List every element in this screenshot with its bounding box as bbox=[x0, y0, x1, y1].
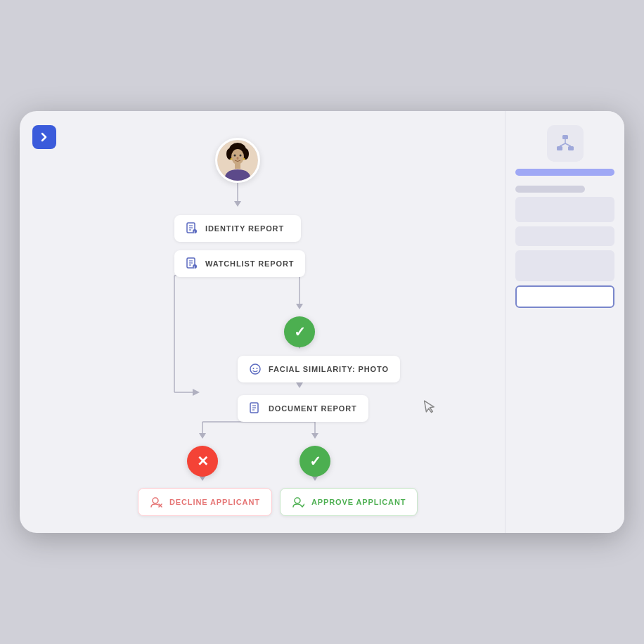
approve-applicant-node[interactable]: APPROVE APPLICANT bbox=[280, 488, 418, 516]
person-avatar-svg bbox=[217, 140, 258, 181]
panel-content-box-1 bbox=[515, 197, 614, 222]
device-frame: i IDENTITY REPORT bbox=[20, 111, 624, 533]
svg-point-57 bbox=[153, 498, 158, 503]
svg-point-37 bbox=[243, 158, 245, 160]
svg-rect-63 bbox=[568, 146, 574, 150]
decision-reject: ✕ bbox=[187, 446, 218, 477]
panel-accent-bar bbox=[515, 169, 614, 176]
svg-point-50 bbox=[250, 364, 260, 374]
watchlist-report-label: WATCHLIST REPORT bbox=[205, 259, 294, 268]
svg-rect-62 bbox=[557, 146, 562, 150]
decline-applicant-node[interactable]: DECLINE APPLICANT bbox=[138, 488, 272, 516]
check-icon-2: ✓ bbox=[309, 453, 321, 470]
decline-applicant-label: DECLINE APPLICANT bbox=[169, 498, 260, 506]
sidebar-toggle-button[interactable] bbox=[32, 125, 56, 149]
svg-line-65 bbox=[560, 143, 565, 146]
network-diagram-button[interactable] bbox=[547, 125, 584, 162]
document-icon: i bbox=[186, 222, 198, 235]
avatar-image bbox=[215, 138, 260, 183]
svg-point-51 bbox=[253, 368, 255, 369]
svg-point-60 bbox=[295, 498, 300, 503]
identity-report-node[interactable]: i IDENTITY REPORT bbox=[174, 215, 301, 242]
svg-point-33 bbox=[240, 155, 242, 157]
svg-rect-61 bbox=[562, 135, 568, 139]
right-panel bbox=[505, 111, 624, 533]
document-report-node[interactable]: DOCUMENT REPORT bbox=[238, 395, 368, 422]
panel-content-box-2 bbox=[515, 226, 614, 246]
svg-line-66 bbox=[565, 143, 571, 146]
identity-report-label: IDENTITY REPORT bbox=[205, 224, 284, 233]
face-icon bbox=[249, 363, 262, 375]
network-icon bbox=[555, 134, 575, 153]
user-check-icon bbox=[292, 496, 304, 508]
panel-label-bar bbox=[515, 186, 585, 193]
svg-point-52 bbox=[257, 368, 258, 369]
avatar-node bbox=[215, 138, 260, 183]
approve-applicant-label: APPROVE APPLICANT bbox=[311, 498, 406, 506]
facial-similarity-node[interactable]: FACIAL SIMILARITY: PHOTO bbox=[238, 356, 400, 382]
svg-rect-35 bbox=[235, 163, 240, 169]
decision-approve-right: ✓ bbox=[300, 446, 330, 477]
check-icon: ✓ bbox=[294, 323, 306, 340]
watchlist-report-node[interactable]: i WATCHLIST REPORT bbox=[174, 250, 305, 277]
svg-point-34 bbox=[237, 157, 239, 160]
decision-approve-left: ✓ bbox=[284, 316, 315, 347]
x-icon: ✕ bbox=[197, 453, 209, 470]
cursor-icon bbox=[421, 400, 433, 469]
panel-content-box-3 bbox=[515, 250, 614, 281]
svg-point-32 bbox=[234, 155, 236, 157]
document-report-label: DOCUMENT REPORT bbox=[269, 404, 357, 413]
chevron-right-icon bbox=[39, 131, 50, 143]
facial-similarity-label: FACIAL SIMILARITY: PHOTO bbox=[269, 365, 389, 373]
user-x-icon bbox=[150, 496, 162, 508]
svg-point-36 bbox=[231, 158, 233, 160]
main-canvas: i IDENTITY REPORT bbox=[20, 111, 505, 533]
panel-input-field[interactable] bbox=[515, 285, 614, 308]
list-icon: i bbox=[186, 257, 198, 270]
doc-icon bbox=[249, 402, 262, 415]
